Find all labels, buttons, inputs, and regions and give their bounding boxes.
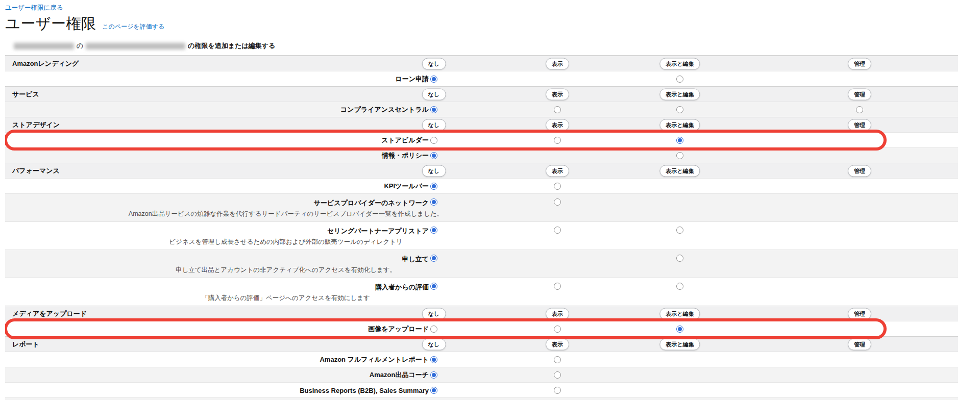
permission-row: コンプライアンスセントラル: [5, 102, 958, 117]
permission-description: 「購入者からの評価」ページへのアクセスを有効にします: [82, 294, 490, 303]
radio-view[interactable]: [554, 326, 561, 333]
intro-particle: の: [77, 42, 83, 49]
section-header-row: ストアデザインなし表示表示と編集管理: [5, 117, 958, 132]
permission-level-button-none[interactable]: なし: [422, 338, 446, 350]
radio-none-selected[interactable]: [430, 183, 437, 190]
radio-none-selected[interactable]: [430, 255, 437, 262]
permission-row: Business Reports (B2B), Sales Summary: [5, 382, 958, 397]
radio-view[interactable]: [554, 387, 561, 394]
radio-manage[interactable]: [856, 106, 863, 113]
permission-level-button-manage[interactable]: 管理: [848, 58, 871, 69]
permission-description: 申し立て出品とアカウントの非アクティブ化へのアクセスを有効化します。: [82, 266, 490, 274]
permission-level-button-view[interactable]: 表示: [546, 88, 569, 100]
permission-level-button-view-edit[interactable]: 表示と編集: [659, 119, 700, 131]
radio-view-edit[interactable]: [676, 227, 683, 234]
radio-view[interactable]: [554, 137, 561, 144]
permission-row: 申し立て申し立て出品とアカウントの非アクティブ化へのアクセスを有効化します。: [5, 249, 958, 278]
permission-label: ローン申請: [5, 74, 429, 84]
page-title: ユーザー権限: [5, 15, 96, 32]
permission-row: 購入者からの評価「購入者からの評価」ページへのアクセスを有効にします: [5, 278, 958, 306]
radio-none[interactable]: [430, 326, 437, 333]
section-header-row: Amazonレンディングなし表示表示と編集管理: [5, 56, 958, 71]
permission-row: Amazon出品コーチ: [5, 367, 958, 382]
radio-view[interactable]: [554, 106, 561, 113]
permission-row: ストアビルダー: [5, 132, 958, 147]
radio-view-edit[interactable]: [676, 283, 683, 290]
permission-level-button-view-edit[interactable]: 表示と編集: [659, 88, 700, 100]
radio-view-edit-selected[interactable]: [676, 137, 683, 144]
permission-description: ビジネスを管理し成長させるための内部および外部の販売ツールのディレクトリ: [82, 238, 490, 246]
permission-level-button-none[interactable]: なし: [422, 119, 446, 131]
permission-level-button-view-edit[interactable]: 表示と編集: [659, 165, 700, 177]
permission-level-button-none[interactable]: なし: [422, 88, 446, 100]
radio-view-edit[interactable]: [676, 255, 683, 262]
permission-label: KPIツールバー: [5, 182, 429, 191]
radio-none-selected[interactable]: [430, 283, 437, 290]
radio-none-selected[interactable]: [430, 198, 437, 206]
permission-level-button-manage[interactable]: 管理: [848, 338, 871, 350]
permission-level-button-view[interactable]: 表示: [546, 58, 569, 69]
permission-label: Amazon出品コーチ: [5, 370, 429, 380]
section-title: レポート: [12, 340, 39, 349]
permission-level-button-view[interactable]: 表示: [546, 119, 569, 131]
radio-none-selected[interactable]: [430, 371, 437, 379]
permission-level-button-manage[interactable]: 管理: [848, 308, 871, 319]
permission-level-button-manage[interactable]: 管理: [848, 165, 871, 177]
page-header: ユーザー権限に戻る ユーザー権限このページを評価する のの権限を追加または編集す…: [0, 0, 980, 51]
section-title: メディアをアップロード: [12, 309, 87, 318]
redacted-user-email: [86, 43, 185, 49]
permission-level-button-manage[interactable]: 管理: [848, 88, 871, 100]
section-header-row: メディアをアップロードなし表示表示と編集管理: [5, 306, 958, 321]
permission-row: Amazon フルフィルメントレポート: [5, 352, 958, 367]
permission-row: KPIツールバー: [5, 178, 958, 193]
radio-none-selected[interactable]: [430, 356, 437, 363]
permission-label: 購入者からの評価: [5, 283, 429, 292]
section-title: サービス: [12, 90, 39, 99]
permission-row: Custom Reports: [5, 397, 958, 400]
back-link[interactable]: ユーザー権限に戻る: [5, 4, 63, 12]
permission-level-button-view[interactable]: 表示: [546, 165, 569, 177]
radio-none-selected[interactable]: [430, 152, 437, 159]
radio-none[interactable]: [430, 137, 437, 144]
permission-level-button-view-edit[interactable]: 表示と編集: [659, 338, 700, 350]
radio-view-edit[interactable]: [676, 152, 683, 159]
section-header-row: パフォーマンスなし表示表示と編集管理: [5, 163, 958, 178]
permission-level-button-manage[interactable]: 管理: [848, 119, 871, 131]
radio-view[interactable]: [554, 371, 561, 379]
permission-level-button-none[interactable]: なし: [422, 58, 446, 69]
radio-view-edit[interactable]: [676, 106, 683, 113]
radio-none-selected[interactable]: [430, 76, 437, 83]
permission-row: ローン申請: [5, 71, 958, 86]
permission-label: Business Reports (B2B), Sales Summary: [5, 386, 429, 394]
permission-level-button-none[interactable]: なし: [422, 165, 446, 177]
radio-view[interactable]: [554, 356, 561, 363]
permission-level-button-view[interactable]: 表示: [546, 308, 569, 319]
permission-label: コンプライアンスセントラル: [5, 105, 429, 114]
radio-view[interactable]: [554, 283, 561, 290]
rate-page-link[interactable]: このページを評価する: [102, 23, 164, 30]
permission-level-button-view-edit[interactable]: 表示と編集: [659, 58, 700, 69]
radio-none-selected[interactable]: [430, 387, 437, 394]
permission-level-button-none[interactable]: なし: [422, 308, 446, 319]
permission-label: 情報・ポリシー: [5, 151, 429, 160]
radio-view[interactable]: [554, 183, 561, 190]
radio-none-selected[interactable]: [430, 106, 437, 113]
permission-row: サービスプロバイダーのネットワークAmazon出品サービスの煩雑な作業を代行する…: [5, 193, 958, 221]
radio-view-edit-selected[interactable]: [676, 326, 683, 333]
radio-view-edit[interactable]: [676, 76, 683, 83]
permission-label: 申し立て: [5, 255, 429, 264]
intro-line: のの権限を追加または編集する: [11, 41, 980, 51]
permission-level-button-view[interactable]: 表示: [546, 338, 569, 350]
radio-none-selected[interactable]: [430, 227, 437, 234]
section-header-row: レポートなし表示表示と編集管理: [5, 336, 958, 352]
permission-label: セリングパートナーアプリストア: [5, 227, 429, 236]
permission-label: Amazon フルフィルメントレポート: [5, 355, 429, 364]
redacted-user-name: [14, 43, 74, 49]
intro-suffix: の権限を追加または編集する: [188, 42, 275, 49]
permission-label: 画像をアップロード: [5, 324, 429, 334]
permission-row: 情報・ポリシー: [5, 147, 958, 163]
section-header-row: サービスなし表示表示と編集管理: [5, 86, 958, 102]
radio-view[interactable]: [554, 227, 561, 234]
permission-level-button-view-edit[interactable]: 表示と編集: [659, 308, 700, 319]
radio-view[interactable]: [554, 198, 561, 206]
